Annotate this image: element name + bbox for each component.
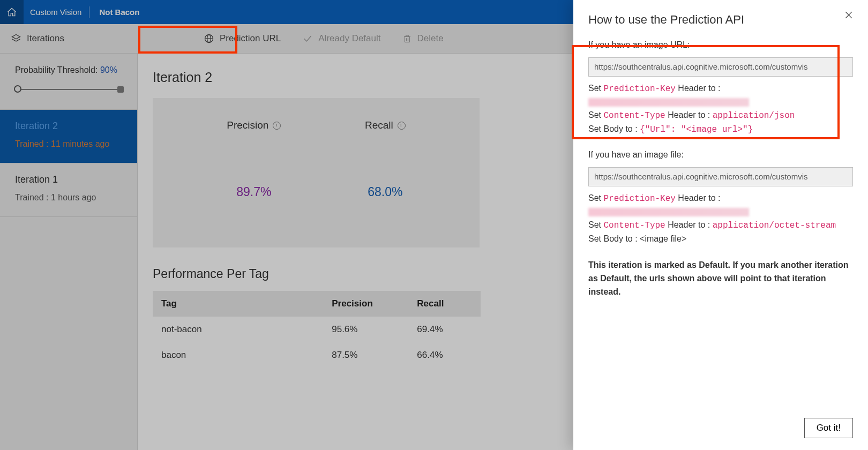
cell-recall: 69.4% [408,317,481,342]
iteration-title: Iteration 2 [15,121,122,132]
home-button[interactable] [0,0,24,24]
layers-icon [11,33,21,44]
table-header-row: Tag Precision Recall [153,291,481,317]
prediction-api-panel: How to use the Prediction API If you hav… [573,0,868,450]
iterations-label: Iterations [27,33,64,44]
got-it-button[interactable]: Got it! [804,418,853,438]
section-url-label: If you have an image URL: [588,39,853,52]
svg-marker-0 [12,35,20,39]
sidebar: Probability Threshold: 90% Iteration 2 T… [0,54,138,450]
already-default-button[interactable]: Already Default [302,33,380,44]
endpoint-file-field[interactable]: https://southcentralus.api.cognitive.mic… [588,167,853,186]
cell-precision: 95.6% [323,317,408,342]
iteration-item[interactable]: Iteration 2 Trained : 11 minutes ago [0,110,137,163]
precision-value: 89.7% [227,185,281,199]
iterations-toggle[interactable]: Iterations [11,33,64,44]
col-tag: Tag [153,291,323,317]
iteration-title: Iteration 1 [15,174,122,185]
instruction-line: Set Body to : {"Url": "<image url>"} [588,123,853,137]
already-default-label: Already Default [318,33,380,44]
home-icon [6,7,17,18]
precision-label: Precision [227,119,268,131]
instruction-line: Set Content-Type Header to : application… [588,109,853,123]
breadcrumb: Custom Vision Not Bacon [24,0,146,24]
iteration-list: Iteration 2 Trained : 11 minutes ago Ite… [0,109,137,217]
pertag-table: Tag Precision Recall not-bacon 95.6% 69.… [153,291,481,368]
probability-threshold-label: Probability Threshold: 90% [0,54,137,80]
iteration-item[interactable]: Iteration 1 Trained : 1 hours ago [0,163,137,217]
globe-icon [204,33,214,44]
table-row: bacon 87.5% 66.4% [153,342,481,368]
instruction-line: Set Prediction-Key Header to : [588,192,853,206]
threshold-value: 90% [100,65,117,74]
metrics-card: Precision 89.7% Recall 68.0% [153,98,480,248]
svg-rect-4 [405,36,409,42]
instruction-line: Set Prediction-Key Header to : [588,82,853,96]
delete-label: Delete [417,33,444,44]
brand-label[interactable]: Custom Vision [30,8,81,17]
cell-tag: bacon [153,342,323,368]
recall-value: 68.0% [365,185,406,199]
col-precision: Precision [323,291,408,317]
redacted-key [588,98,749,107]
trash-icon [402,33,412,44]
recall-metric: Recall 68.0% [365,119,406,199]
close-button[interactable] [843,10,854,22]
table-row: not-bacon 95.6% 69.4% [153,317,481,342]
default-iteration-note: This iteration is marked as Default. If … [588,259,853,298]
info-icon[interactable] [398,122,406,130]
close-icon [843,10,854,20]
cell-precision: 87.5% [323,342,408,368]
check-icon [302,33,313,44]
col-recall: Recall [408,291,481,317]
panel-title: How to use the Prediction API [588,13,853,27]
project-name[interactable]: Not Bacon [99,8,139,17]
prediction-url-button[interactable]: Prediction URL [204,33,281,44]
iteration-subtitle: Trained : 11 minutes ago [15,139,122,149]
endpoint-url-field[interactable]: https://southcentralus.api.cognitive.mic… [588,57,853,77]
section-file-label: If you have an image file: [588,148,853,162]
cell-recall: 66.4% [408,342,481,368]
threshold-slider[interactable] [15,84,121,96]
cell-tag: not-bacon [153,317,323,342]
slider-end-icon [117,86,124,93]
redacted-key [588,208,749,216]
delete-button[interactable]: Delete [402,33,444,44]
prediction-url-label: Prediction URL [220,33,281,44]
precision-metric: Precision 89.7% [227,119,281,199]
instruction-line: Set Body to : <image file> [588,232,853,246]
instruction-line: Set Content-Type Header to : application… [588,219,853,232]
slider-handle-icon[interactable] [14,85,21,93]
divider [89,6,89,18]
recall-label: Recall [365,119,393,131]
info-icon[interactable] [273,122,281,130]
iteration-subtitle: Trained : 1 hours ago [15,193,122,202]
